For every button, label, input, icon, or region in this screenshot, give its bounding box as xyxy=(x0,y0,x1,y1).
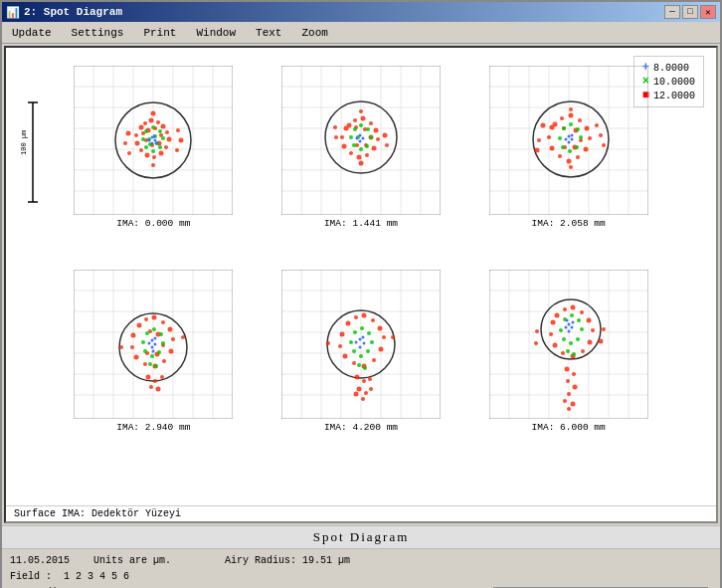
svg-point-159 xyxy=(562,126,566,130)
svg-point-42 xyxy=(175,148,179,152)
svg-point-41 xyxy=(179,138,184,143)
svg-point-320 xyxy=(534,341,538,345)
menu-window[interactable]: Window xyxy=(190,25,242,41)
spot-grid-3 xyxy=(489,66,648,215)
svg-point-219 xyxy=(141,340,145,344)
svg-point-165 xyxy=(561,145,565,149)
svg-point-31 xyxy=(135,141,140,146)
svg-point-40 xyxy=(176,128,180,132)
svg-point-262 xyxy=(353,392,358,397)
minimize-button[interactable]: ─ xyxy=(664,5,680,19)
svg-point-330 xyxy=(572,352,576,356)
title-bar-left: 📊 2: Spot Diagram xyxy=(6,6,122,19)
svg-point-261 xyxy=(361,397,365,401)
svg-point-200 xyxy=(181,335,185,339)
bottom-title: Spot Diagram xyxy=(2,525,720,549)
svg-point-268 xyxy=(367,331,371,335)
svg-point-167 xyxy=(567,135,570,138)
svg-point-222 xyxy=(151,339,154,342)
spot-svg-3 xyxy=(489,66,648,215)
svg-point-53 xyxy=(151,149,155,153)
svg-point-23 xyxy=(161,124,166,129)
field-row: Field : 1 2 3 4 5 6 xyxy=(10,569,493,585)
svg-point-47 xyxy=(151,163,155,167)
svg-point-271 xyxy=(359,354,363,358)
svg-point-255 xyxy=(339,332,344,337)
spots-grid: IMA: 0.000 mm xyxy=(10,52,712,470)
svg-point-29 xyxy=(145,153,150,158)
menu-settings[interactable]: Settings xyxy=(66,25,130,41)
menu-zoom[interactable]: Zoom xyxy=(295,25,333,41)
svg-point-275 xyxy=(363,366,367,370)
svg-point-27 xyxy=(159,151,164,156)
svg-point-250 xyxy=(372,358,376,362)
svg-point-142 xyxy=(558,154,562,158)
svg-point-210 xyxy=(149,385,153,389)
svg-point-274 xyxy=(357,363,361,367)
svg-point-215 xyxy=(161,341,165,345)
svg-point-64 xyxy=(153,135,156,138)
date-units-row: 11.05.2015 Units are µm. Airy Radius: 19… xyxy=(10,553,493,569)
svg-point-269 xyxy=(370,340,374,344)
svg-point-303 xyxy=(581,349,585,353)
svg-point-336 xyxy=(565,319,568,322)
menu-update[interactable]: Update xyxy=(6,25,58,41)
svg-point-144 xyxy=(547,135,551,139)
spot-svg-6 xyxy=(489,270,648,419)
svg-point-198 xyxy=(130,345,134,349)
svg-point-301 xyxy=(591,328,595,332)
close-button[interactable]: ✕ xyxy=(700,5,716,19)
menu-bar: Update Settings Print Window Text Zoom xyxy=(2,22,720,44)
svg-point-106 xyxy=(359,123,363,127)
svg-point-63 xyxy=(148,139,151,142)
svg-point-54 xyxy=(144,145,148,149)
menu-print[interactable]: Print xyxy=(137,25,182,41)
svg-point-99 xyxy=(334,135,338,139)
svg-point-197 xyxy=(134,355,139,360)
svg-point-260 xyxy=(364,391,368,395)
svg-point-194 xyxy=(162,359,166,363)
svg-point-48 xyxy=(144,129,148,133)
svg-point-244 xyxy=(354,315,358,319)
menu-text[interactable]: Text xyxy=(250,25,287,41)
svg-point-112 xyxy=(349,135,353,139)
svg-point-280 xyxy=(361,336,364,339)
svg-point-89 xyxy=(356,155,361,160)
title-bar-controls: ─ □ ✕ xyxy=(664,5,716,19)
svg-point-134 xyxy=(560,116,564,120)
svg-point-62 xyxy=(151,142,154,145)
svg-point-247 xyxy=(377,326,382,331)
svg-point-324 xyxy=(580,327,584,331)
legend-value-1: 8.0000 xyxy=(653,63,689,74)
svg-point-189 xyxy=(152,315,157,320)
svg-point-163 xyxy=(575,145,579,149)
svg-point-221 xyxy=(154,364,158,368)
spot-label-3: IMA: 2.058 mm xyxy=(532,218,606,229)
spot-grid-6 xyxy=(489,270,648,419)
svg-point-85 xyxy=(373,128,378,133)
title-bar: 📊 2: Spot Diagram ─ □ ✕ xyxy=(2,2,720,22)
svg-point-30 xyxy=(139,148,143,152)
spot-svg-2 xyxy=(281,66,441,215)
svg-point-307 xyxy=(549,332,553,336)
svg-point-331 xyxy=(567,323,570,326)
svg-point-45 xyxy=(127,151,131,155)
svg-point-300 xyxy=(586,318,591,323)
svg-point-278 xyxy=(358,346,361,349)
svg-point-299 xyxy=(580,310,584,314)
svg-point-92 xyxy=(340,135,344,139)
svg-point-266 xyxy=(353,330,357,334)
surface-label: Surface IMA: Dedektör Yüzeyi xyxy=(6,505,716,521)
svg-point-162 xyxy=(579,135,583,139)
svg-point-296 xyxy=(554,313,559,318)
svg-point-306 xyxy=(552,343,557,348)
svg-point-87 xyxy=(371,146,376,151)
svg-point-84 xyxy=(369,121,373,125)
svg-point-317 xyxy=(602,327,606,331)
spot-grid-2 xyxy=(281,66,441,215)
svg-point-100 xyxy=(382,133,387,138)
svg-point-211 xyxy=(156,387,161,392)
svg-point-93 xyxy=(343,126,348,131)
svg-point-220 xyxy=(148,362,152,366)
maximize-button[interactable]: □ xyxy=(682,5,698,19)
